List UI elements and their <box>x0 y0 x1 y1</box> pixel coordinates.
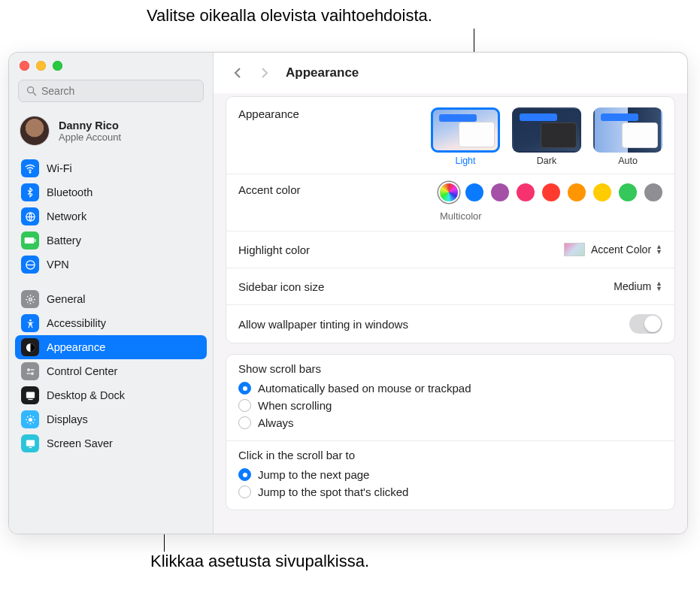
bluetooth-icon <box>21 183 39 201</box>
sidebar-item-label: Appearance <box>47 341 105 353</box>
accent-label: Accent color <box>238 183 301 196</box>
radio-icon <box>238 416 251 429</box>
updown-icon: ▲▼ <box>656 244 662 255</box>
appearance-thumb-dark <box>512 107 581 153</box>
scrollclick-option-0[interactable]: Jump to the next page <box>238 466 662 483</box>
sidebar-item-appearance[interactable]: Appearance <box>15 335 207 359</box>
sidebar-item-screen-saver[interactable]: Screen Saver <box>15 431 207 455</box>
scrollclick-title: Click in the scroll bar to <box>238 449 662 461</box>
radio-icon <box>238 468 251 481</box>
radio-label: Always <box>258 416 294 429</box>
scrollbars-option-2[interactable]: Always <box>238 414 662 431</box>
sidebar-size-popup[interactable]: Medium ▲▼ <box>614 277 662 295</box>
desktop-dock-icon <box>21 386 39 404</box>
appearance-option-label: Auto <box>593 156 662 166</box>
sidebar-item-vpn[interactable]: VPN <box>15 253 207 277</box>
callout-bottom: Klikkaa asetusta sivupalkissa. <box>150 552 376 571</box>
sidebar-item-general[interactable]: General <box>15 287 207 311</box>
accent-swatch-f6336f[interactable] <box>517 183 535 201</box>
sidebar-item-label: Displays <box>47 413 88 425</box>
sidebar-item-network[interactable]: Network <box>15 204 207 228</box>
svg-point-16 <box>29 418 32 422</box>
accent-swatch-0a7aff[interactable] <box>465 183 483 201</box>
scrollclick-option-1[interactable]: Jump to the spot that's clicked <box>238 483 662 501</box>
svg-rect-15 <box>28 398 32 399</box>
sidebar-item-bluetooth[interactable]: Bluetooth <box>15 180 207 204</box>
settings-window: Danny Rico Apple Account Wi-FiBluetoothN… <box>9 53 687 534</box>
page-title: Appearance <box>286 65 359 80</box>
back-button[interactable] <box>227 62 248 83</box>
scrollbars-title: Show scroll bars <box>238 362 662 375</box>
appearance-option-auto[interactable]: Auto <box>593 107 662 166</box>
scrollbars-option-0[interactable]: Automatically based on mouse or trackpad <box>238 380 662 397</box>
wi-fi-icon <box>21 159 39 177</box>
accent-swatch-ff3b30[interactable] <box>542 183 560 201</box>
svg-point-10 <box>27 368 29 371</box>
appearance-option-light[interactable]: Light <box>431 107 500 166</box>
appearance-thumb-light <box>431 107 500 153</box>
svg-line-21 <box>27 416 28 417</box>
svg-rect-4 <box>25 237 35 244</box>
svg-point-2 <box>29 172 31 174</box>
accent-swatch-ff9500[interactable] <box>568 183 586 201</box>
svg-line-24 <box>27 422 28 422</box>
appearance-icon <box>21 338 39 356</box>
sidebar-item-label: Bluetooth <box>47 186 92 198</box>
zoom-button[interactable] <box>53 61 62 71</box>
scrollbars-option-1[interactable]: When scrolling <box>238 397 662 414</box>
sidebar-item-wi-fi[interactable]: Wi-Fi <box>15 156 207 180</box>
sidebar-size-label: Sidebar icon size <box>238 280 324 293</box>
sidebar-item-displays[interactable]: Displays <box>15 407 207 431</box>
appearance-option-dark[interactable]: Dark <box>512 107 581 166</box>
svg-point-8 <box>29 319 32 321</box>
appearance-option-label: Dark <box>512 156 581 166</box>
svg-point-0 <box>28 87 34 93</box>
network-icon <box>21 207 39 225</box>
sidebar-item-label: Wi-Fi <box>47 162 72 174</box>
forward-button[interactable] <box>254 62 275 83</box>
accent-swatch-8e8e93[interactable] <box>644 183 662 201</box>
sidebar-item-label: Screen Saver <box>47 437 113 449</box>
account-row[interactable]: Danny Rico Apple Account <box>9 108 213 156</box>
panel-appearance: Appearance LightDarkAuto Accent color Mu… <box>226 96 675 343</box>
radio-label: Automatically based on mouse or trackpad <box>258 382 471 395</box>
minimize-button[interactable] <box>36 61 46 71</box>
main-area: Appearance Appearance LightDarkAuto Acce… <box>214 53 687 534</box>
displays-icon <box>21 410 39 428</box>
highlight-sample <box>564 243 585 256</box>
accent-swatch-multicolor[interactable] <box>440 183 458 201</box>
tint-label: Allow wallpaper tinting in windows <box>238 318 408 331</box>
accent-swatch-a550a7[interactable] <box>491 183 509 201</box>
svg-point-7 <box>29 298 32 301</box>
appearance-option-label: Light <box>431 156 500 166</box>
window-traffic-lights <box>9 53 213 78</box>
scrollclick-group: Click in the scroll bar to Jump to the n… <box>226 440 674 510</box>
sidebar-item-desktop-dock[interactable]: Desktop & Dock <box>15 383 207 407</box>
appearance-thumb-auto <box>593 107 662 153</box>
search-input[interactable] <box>18 80 204 102</box>
sidebar-item-control-center[interactable]: Control Center <box>15 359 207 383</box>
highlight-popup[interactable]: Accent Color ▲▼ <box>591 240 662 259</box>
radio-label: Jump to the next page <box>258 468 369 481</box>
battery-icon <box>21 231 39 250</box>
general-icon <box>21 290 39 308</box>
sidebar-item-accessibility[interactable]: Accessibility <box>15 311 207 335</box>
close-button[interactable] <box>20 61 29 71</box>
content-scroll: Appearance LightDarkAuto Accent color Mu… <box>214 93 687 534</box>
appearance-label: Appearance <box>238 107 299 120</box>
accent-swatch-ffcc00[interactable] <box>593 183 611 201</box>
svg-rect-14 <box>26 392 34 398</box>
chevron-right-icon <box>260 67 269 79</box>
svg-line-22 <box>32 422 33 422</box>
sidebar-item-battery[interactable]: Battery <box>15 228 207 253</box>
toolbar: Appearance <box>214 53 687 93</box>
tint-toggle[interactable] <box>629 314 662 334</box>
svg-rect-5 <box>35 239 35 242</box>
radio-label: When scrolling <box>258 399 332 412</box>
search-field-wrap <box>18 80 204 102</box>
avatar <box>20 116 50 146</box>
svg-line-1 <box>33 92 36 95</box>
radio-icon <box>238 399 251 412</box>
sidebar: Danny Rico Apple Account Wi-FiBluetoothN… <box>9 53 214 534</box>
accent-swatch-34c759[interactable] <box>619 183 637 201</box>
